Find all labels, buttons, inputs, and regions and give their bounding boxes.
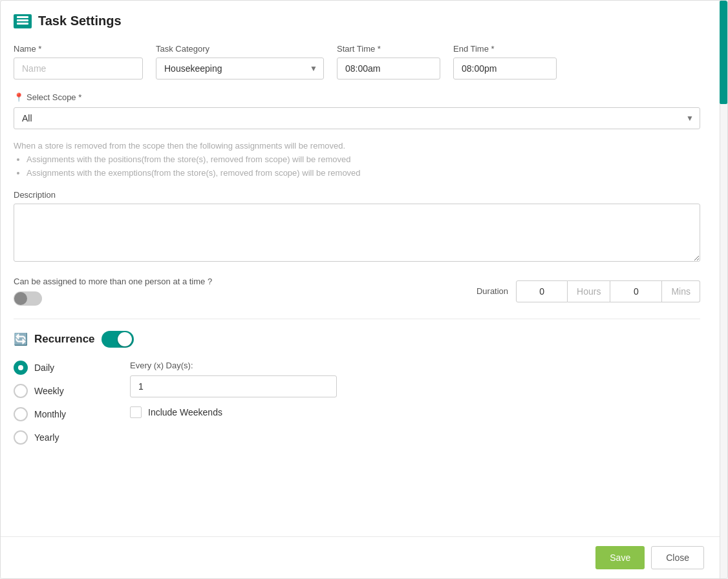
radio-item-weekly[interactable]: Weekly [14, 384, 104, 398]
include-weekends-item[interactable]: Include Weekends [130, 406, 700, 418]
duration-section: Duration Hours Mins [476, 280, 700, 302]
scrollbar-thumb[interactable] [720, 1, 727, 104]
radio-label-monthly: Monthly [34, 409, 66, 419]
radio-item-daily[interactable]: Daily [14, 361, 104, 375]
page-title-row: Task Settings [14, 14, 700, 28]
assign-duration-row: Can be assigned to more than one person … [14, 277, 700, 306]
radio-btn-yearly[interactable] [14, 430, 28, 445]
svg-rect-0 [17, 16, 28, 18]
content-area: Task Settings Name * Task Category House… [1, 1, 720, 536]
category-label: Task Category [156, 44, 324, 54]
svg-rect-2 [17, 23, 28, 25]
category-select[interactable]: Housekeeping Maintenance Cleaning Other [156, 58, 324, 79]
radio-column: Daily Weekly Monthly Yearl [14, 361, 104, 445]
location-icon: 📍 [14, 92, 24, 102]
start-time-label: Start Time * [337, 44, 440, 54]
recurrence-right: Every (x) Day(s): Include Weekends [117, 361, 700, 445]
scope-select[interactable]: All Store 1 Store 2 [14, 107, 700, 129]
include-weekends-checkbox[interactable] [130, 406, 142, 418]
duration-inputs: Hours Mins [516, 280, 700, 302]
recurrence-toggle[interactable] [102, 331, 134, 348]
recurrence-title: Recurrence [34, 333, 95, 346]
end-time-group: End Time * [453, 44, 557, 79]
radio-label-weekly: Weekly [34, 386, 64, 396]
warning-text-section: When a store is removed from the scope t… [14, 140, 700, 180]
start-time-group: Start Time * [337, 44, 440, 79]
form-row-1: Name * Task Category Housekeeping Mainte… [14, 44, 700, 79]
name-label: Name * [14, 44, 143, 54]
radio-btn-weekly[interactable] [14, 384, 28, 398]
description-section: Description [14, 190, 700, 277]
mins-unit-label: Mins [662, 280, 700, 302]
warning-bullet-1: Assignments with the positions(from the … [27, 153, 700, 167]
scope-label: 📍 Select Scope * [14, 92, 700, 102]
scope-section: 📍 Select Scope * All Store 1 Store 2 ▼ [14, 92, 700, 129]
assign-toggle[interactable] [14, 291, 42, 306]
duration-hours-input[interactable] [516, 280, 568, 302]
modal-container: Task Settings Name * Task Category House… [0, 0, 728, 579]
every-input[interactable] [130, 375, 337, 397]
assign-section: Can be assigned to more than one person … [14, 277, 212, 306]
name-group: Name * [14, 44, 143, 79]
radio-label-daily: Daily [34, 363, 54, 373]
every-label: Every (x) Day(s): [130, 361, 700, 370]
assign-label: Can be assigned to more than one person … [14, 277, 212, 286]
scrollbar-track[interactable] [720, 1, 727, 578]
hours-unit-label: Hours [568, 280, 610, 302]
duration-label: Duration [476, 286, 508, 296]
recurrence-header: 🔄 Recurrence [14, 331, 700, 348]
radio-item-yearly[interactable]: Yearly [14, 430, 104, 445]
warning-bullets: Assignments with the positions(from the … [27, 153, 700, 180]
category-select-wrapper: Housekeeping Maintenance Cleaning Other … [156, 58, 324, 79]
close-button[interactable]: Close [651, 546, 704, 569]
warning-bullet-2: Assignments with the exemptions(from the… [27, 167, 700, 180]
name-input[interactable] [14, 58, 143, 79]
page-title: Task Settings [38, 14, 122, 28]
scope-select-row: All Store 1 Store 2 ▼ [14, 107, 700, 129]
duration-mins-input[interactable] [610, 280, 662, 302]
warning-main-text: When a store is removed from the scope t… [14, 141, 345, 151]
recurrence-toggle-knob [118, 332, 132, 346]
description-label: Description [14, 190, 700, 200]
scope-select-wrapper: All Store 1 Store 2 ▼ [14, 107, 700, 129]
radio-btn-daily[interactable] [14, 361, 28, 375]
recurrence-section: 🔄 Recurrence Daily Weekly [14, 319, 700, 445]
radio-item-monthly[interactable]: Monthly [14, 407, 104, 421]
radio-btn-monthly[interactable] [14, 407, 28, 421]
category-group: Task Category Housekeeping Maintenance C… [156, 44, 324, 79]
task-settings-icon [14, 14, 32, 28]
recurrence-options: Daily Weekly Monthly Yearl [14, 361, 700, 445]
save-button[interactable]: Save [595, 546, 645, 569]
radio-label-yearly: Yearly [34, 432, 59, 443]
recurrence-icon: 🔄 [14, 332, 28, 346]
end-time-input[interactable] [453, 58, 557, 79]
start-time-input[interactable] [337, 58, 440, 79]
include-weekends-label: Include Weekends [148, 407, 222, 417]
description-textarea[interactable] [14, 204, 700, 262]
assign-toggle-knob [14, 292, 27, 305]
svg-rect-1 [17, 19, 28, 21]
modal-footer: Save Close [1, 536, 720, 578]
end-time-label: End Time * [453, 44, 557, 54]
